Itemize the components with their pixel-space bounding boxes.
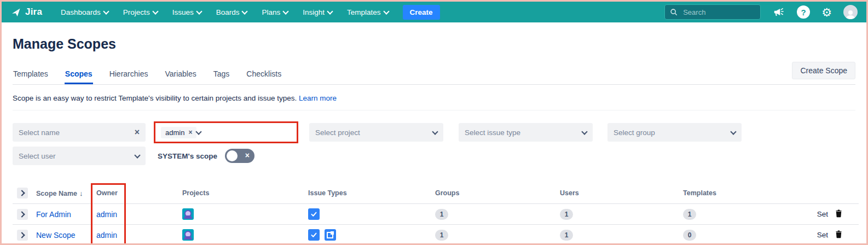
scope-name-link[interactable]: For Admin [36, 210, 71, 219]
tabs: Templates Scopes Hierarchies Variables T… [13, 66, 282, 84]
nav-item-label: Dashboards [61, 8, 101, 16]
col-header-owner[interactable]: Owner [92, 185, 181, 204]
toggle-off-icon: × [245, 151, 250, 160]
chevron-down-icon [196, 129, 202, 135]
page-title: Manage Scopes [13, 36, 855, 52]
nav-item-dashboards[interactable]: Dashboards [61, 8, 108, 16]
name-filter-select[interactable]: Select name × [13, 123, 146, 142]
owner-link[interactable]: admin [96, 210, 117, 219]
chevron-down-icon [283, 8, 289, 14]
group-filter-select[interactable]: Select group [607, 123, 742, 142]
set-action-link[interactable]: Set [817, 210, 828, 218]
user-filter-select[interactable]: Select user [13, 147, 146, 165]
tab-scopes[interactable]: Scopes [65, 66, 93, 84]
tab-hierarchies[interactable]: Hierarchies [109, 66, 149, 84]
task-issue-type-icon[interactable] [308, 208, 320, 220]
jira-logo-icon [10, 7, 22, 18]
chevron-down-icon [196, 8, 202, 14]
settings-gear-icon[interactable]: ⚙ [821, 7, 832, 18]
chevron-down-icon [242, 8, 248, 14]
sort-descending-icon[interactable]: ↓ [79, 189, 83, 197]
tab-tags[interactable]: Tags [213, 66, 230, 84]
create-scope-button[interactable]: Create Scope [792, 62, 855, 79]
jira-brand[interactable]: Jira [10, 7, 42, 18]
project-filter-select[interactable]: Select project [309, 123, 443, 142]
table-header-row: Scope Name↓ Owner Projects Issue Types G… [13, 185, 859, 204]
tab-checklists[interactable]: Checklists [246, 66, 282, 84]
templates-count-badge: 1 [683, 209, 696, 220]
chevron-right-icon [19, 232, 25, 238]
clear-icon[interactable]: × [135, 127, 140, 137]
templates-count-badge: 0 [683, 230, 696, 241]
delete-trash-icon[interactable] [835, 230, 843, 238]
owner-link[interactable]: admin [96, 231, 117, 240]
nav-item-label: Insight [303, 8, 325, 16]
scopes-table: Scope Name↓ Owner Projects Issue Types G… [13, 185, 859, 245]
chevron-down-icon [730, 129, 736, 135]
filters-section: Select name × admin × Select project [13, 121, 855, 165]
nav-item-boards[interactable]: Boards [216, 8, 247, 16]
nav-item-label: Boards [216, 8, 240, 16]
groups-count-badge: 1 [435, 209, 448, 220]
search-input[interactable] [682, 8, 744, 17]
expand-row-button[interactable] [17, 209, 28, 220]
avatar-body [184, 236, 192, 240]
scope-name-link[interactable]: New Scope [36, 231, 76, 240]
avatar-body [184, 215, 192, 219]
chevron-right-icon [19, 211, 25, 217]
issue-type-filter-placeholder: Select issue type [465, 129, 582, 137]
expand-row-button[interactable] [17, 230, 28, 241]
nav-item-projects[interactable]: Projects [123, 8, 158, 16]
set-action-link[interactable]: Set [817, 231, 828, 239]
nav-item-issues[interactable]: Issues [172, 8, 201, 16]
announcements-megaphone-icon[interactable] [772, 6, 785, 18]
project-filter-placeholder: Select project [315, 129, 433, 137]
chevron-down-icon [134, 152, 140, 158]
user-avatar[interactable] [843, 5, 858, 19]
nav-item-plans[interactable]: Plans [262, 8, 288, 16]
tab-variables[interactable]: Variables [164, 66, 196, 84]
search-icon [670, 8, 678, 16]
tab-templates[interactable]: Templates [13, 66, 49, 84]
group-filter-placeholder: Select group [614, 129, 731, 137]
owner-selected-tag: admin × [161, 127, 196, 138]
col-header-scope-name[interactable]: Scope Name↓ [34, 185, 92, 204]
chevron-down-icon [103, 8, 109, 14]
project-avatar-icon[interactable] [182, 229, 194, 241]
project-avatar-icon[interactable] [182, 208, 194, 220]
col-header-projects: Projects [181, 185, 307, 204]
nav-item-label: Projects [123, 8, 150, 16]
navbar-right-cluster: ? ⚙ [664, 4, 858, 20]
col-header-templates: Templates [682, 185, 809, 204]
create-button[interactable]: Create [403, 5, 440, 20]
delete-trash-icon[interactable] [835, 209, 843, 218]
nav-item-templates[interactable]: Templates [347, 8, 389, 16]
owner-tag-label: admin [165, 129, 184, 137]
learn-more-link[interactable]: Learn more [299, 94, 337, 102]
scopes-table-wrap: Scope Name↓ Owner Projects Issue Types G… [13, 185, 855, 245]
chevron-down-icon [581, 129, 587, 135]
toggle-knob [227, 150, 238, 161]
chevron-right-icon [19, 190, 25, 196]
task-issue-type-icon[interactable] [308, 229, 320, 241]
chevron-down-icon [152, 8, 158, 14]
filters-row-1: Select name × admin × Select project [13, 121, 855, 143]
global-search[interactable] [664, 4, 761, 20]
system-scope-toggle[interactable]: × [225, 149, 254, 163]
description-text: Scope is an easy way to restrict Templat… [13, 94, 297, 102]
chevron-down-icon [383, 8, 389, 14]
section-divider [13, 110, 855, 110]
nav-item-insight[interactable]: Insight [303, 8, 332, 16]
name-filter-placeholder: Select name [19, 129, 135, 137]
feature-issue-type-icon[interactable] [325, 229, 336, 241]
nav-menu: Dashboards Projects Issues Boards Plans … [61, 8, 388, 16]
top-navbar: Jira Dashboards Projects Issues Boards P… [2, 2, 866, 22]
owner-filter-select[interactable]: admin × [155, 123, 297, 142]
brand-name: Jira [25, 7, 42, 18]
tag-remove-icon[interactable]: × [188, 129, 192, 136]
expand-all-button[interactable] [17, 188, 28, 199]
help-icon[interactable]: ? [797, 5, 810, 19]
issue-type-filter-select[interactable]: Select issue type [459, 123, 593, 142]
table-row: New Scope admin 1 1 0 Set [13, 225, 859, 245]
chevron-down-icon [327, 8, 333, 14]
